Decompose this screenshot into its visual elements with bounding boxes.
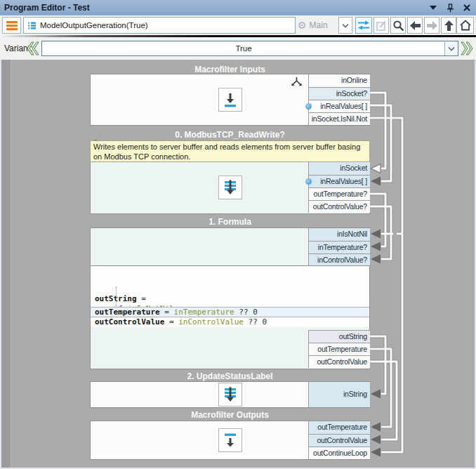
back-button[interactable] — [407, 17, 423, 34]
breadcrumb-text: ModelOutputGeneration(True) — [40, 21, 148, 29]
array-connector-icon — [305, 178, 312, 185]
block-update-status[interactable]: inString — [90, 381, 370, 408]
search-button[interactable] — [390, 17, 406, 34]
variant-value: True — [42, 41, 445, 55]
readwrite-filter-icon — [218, 176, 242, 199]
program-selector-label: Main — [310, 20, 328, 30]
port-outTemperature[interactable]: outTemperature — [308, 343, 370, 355]
back-icon — [409, 20, 421, 31]
pin-icon[interactable] — [445, 3, 455, 13]
hamburger-icon[interactable] — [2, 17, 21, 34]
chevron-down-icon — [342, 23, 349, 28]
edit-icon — [376, 20, 387, 31]
breadcrumb[interactable]: ModelOutputGeneration(True) — [23, 17, 296, 34]
port-outTemperature-q[interactable]: outTemperature? — [308, 187, 370, 200]
up-icon — [444, 20, 454, 32]
home-icon — [459, 20, 472, 31]
variant-bar: Variant: True — [0, 37, 476, 60]
close-icon[interactable] — [462, 3, 472, 13]
port-inSocket[interactable]: inSocket — [308, 162, 370, 175]
macrofilter-icon — [27, 21, 37, 30]
up-button[interactable] — [441, 17, 456, 34]
collapse-icon[interactable] — [428, 3, 438, 13]
block-macrofilter-inputs[interactable]: inOnline inSocket? inRealValues[ ] inSoc… — [90, 74, 370, 126]
macrofilter-canvas[interactable]: Macrofilter Inputs inOnline inSocket? in… — [1, 60, 475, 468]
port-outControlValue[interactable]: outControlValue — [308, 434, 370, 447]
formula-row-outControlValue[interactable]: outControlValue = inControlValue ?? 0 — [91, 317, 369, 328]
search-icon — [392, 20, 404, 32]
program-editor-window: Program Editor - Test — [0, 0, 476, 469]
swap-icon — [357, 20, 370, 30]
next-chevrons-icon — [461, 41, 474, 56]
chevron-down-icon — [448, 46, 455, 51]
block-formula-outputs[interactable]: outString outTemperature outControlValue — [90, 327, 370, 369]
forward-icon — [426, 20, 438, 31]
array-connector-icon — [305, 103, 312, 110]
toolbar: ModelOutputGeneration(True) ⚙ Main — [0, 15, 476, 35]
port-inRealValues[interactable]: inRealValues[ ] — [308, 175, 370, 187]
variant-dropdown-button[interactable] — [444, 41, 458, 55]
block-modbus[interactable]: inSocket inRealValues[ ] outTemperature?… — [90, 162, 370, 214]
port-inSocket-IsNil-Not[interactable]: inSocket.IsNil.Not — [308, 112, 370, 125]
fork-icon[interactable] — [291, 77, 303, 86]
comment-box[interactable]: Writes elements to server buffer and rea… — [90, 140, 370, 162]
block-title-update-status[interactable]: 2. UpdateStatusLabel — [90, 371, 370, 381]
port-outTemperature[interactable]: outTemperature — [308, 421, 370, 434]
variant-next-button[interactable] — [461, 41, 474, 56]
gear-icon: ⚙ — [298, 20, 307, 30]
switch-instance-button[interactable] — [355, 17, 372, 34]
program-selector-dropdown-button[interactable] — [338, 17, 352, 34]
readwrite-filter-icon — [218, 383, 242, 407]
port-outControlValue[interactable]: outControlValue — [308, 355, 370, 368]
program-selector[interactable]: ⚙ Main — [298, 17, 328, 34]
port-inTemperature-q[interactable]: inTemperature? — [308, 241, 370, 253]
macrofilter-input-icon — [218, 88, 242, 112]
port-outControlValue-q[interactable]: outControlValue? — [308, 200, 370, 213]
block-title-formula[interactable]: 1. Formula — [90, 217, 370, 227]
port-inSocket-q[interactable]: inSocket? — [308, 87, 370, 100]
home-button[interactable] — [456, 17, 474, 34]
port-outContinueLoop[interactable]: outContinueLoop — [308, 447, 370, 459]
port-inString[interactable]: inString — [308, 382, 370, 407]
port-inControlValue-q[interactable]: inControlValue? — [308, 253, 370, 266]
port-inOnline[interactable]: inOnline — [308, 74, 370, 87]
macrofilter-output-icon — [218, 428, 242, 452]
port-outString[interactable]: outString — [308, 330, 370, 343]
block-formula-inputs[interactable]: inIsNotNil inTemperature? inControlValue… — [90, 227, 370, 267]
indent-guide — [116, 286, 117, 306]
block-title-macrofilter-inputs[interactable]: Macrofilter Inputs — [90, 65, 370, 74]
formula-code[interactable]: outString = if inIsNotNil then "Connecte… — [90, 265, 370, 329]
formula-row-outString[interactable]: outString = if inIsNotNil then "Connecte… — [91, 266, 369, 307]
block-macrofilter-outputs[interactable]: outTemperature outControlValue outContin… — [90, 421, 370, 460]
port-inIsNotNil[interactable]: inIsNotNil — [308, 228, 370, 241]
titlebar[interactable]: Program Editor - Test — [0, 0, 476, 15]
edit-button[interactable] — [373, 17, 389, 34]
variant-prev-button[interactable] — [26, 41, 39, 56]
variant-combobox[interactable]: True — [41, 41, 458, 56]
prev-chevrons-icon — [26, 41, 39, 56]
formula-row-outTemperature[interactable]: outTemperature = inTemperature ?? 0 — [91, 307, 369, 317]
port-inRealValues[interactable]: inRealValues[ ] — [308, 100, 370, 112]
window-title: Program Editor - Test — [0, 3, 90, 13]
forward-button[interactable] — [424, 17, 439, 34]
block-title-macrofilter-outputs[interactable]: Macrofilter Outputs — [90, 410, 370, 420]
